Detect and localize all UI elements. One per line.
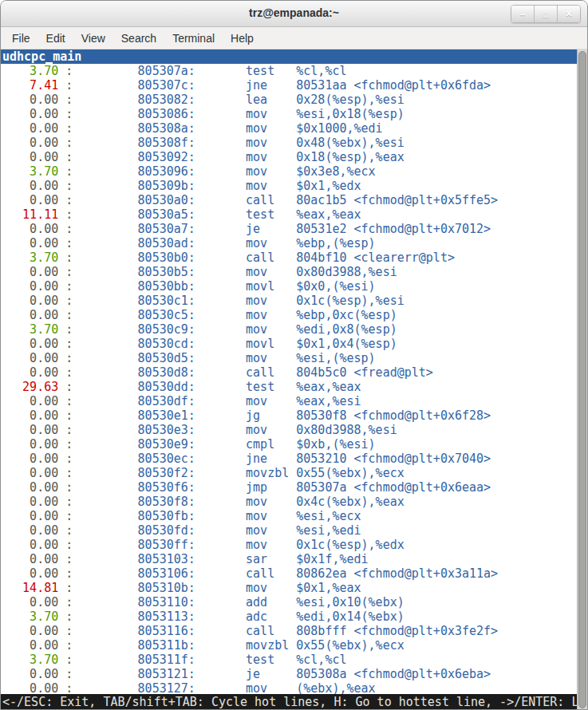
scrollbar-thumb[interactable] — [578, 51, 586, 708]
asm-row[interactable]: 0.00 : 805308a: mov $0x1000,%edi — [1, 121, 577, 136]
asm-row[interactable]: 0.00 : 80530a7: je 80531e2 <fchmod@plt+0… — [1, 222, 577, 236]
asm-separator: : — [58, 93, 137, 107]
asm-separator: : — [58, 337, 137, 351]
asm-percent: 7.41 — [1, 78, 58, 93]
asm-separator: : — [58, 408, 137, 423]
asm-row[interactable]: 0.00 : 805308f: mov 0x48(%ebx),%esi — [1, 136, 577, 150]
annotate-dso: udhcpc — [2, 49, 45, 64]
asm-instruction: 805308a: mov $0x1000,%edi — [138, 121, 383, 136]
asm-row[interactable]: 0.00 : 80530cd: movl $0x1,0x4(%esp) — [1, 337, 577, 351]
asm-separator: : — [58, 552, 137, 566]
menu-search[interactable]: Search — [113, 30, 164, 47]
asm-row[interactable]: 0.00 : 805309b: mov $0x1,%edx — [1, 179, 577, 193]
menu-help[interactable]: Help — [223, 30, 262, 47]
asm-instruction: 80530a7: je 80531e2 <fchmod@plt+0x7012> — [138, 222, 491, 236]
titlebar[interactable]: trz@empanada:~ – □ ✕ — [1, 1, 587, 27]
asm-row[interactable]: 11.11 : 80530a5: test %eax,%eax — [1, 207, 577, 222]
asm-row[interactable]: 0.00 : 80530ff: mov 0x1c(%esp),%edx — [1, 538, 577, 552]
menu-terminal[interactable]: Terminal — [164, 30, 223, 47]
asm-percent: 0.00 — [1, 179, 58, 193]
perf-annotate-view: udhcpcmain 3.70 : 805307a: test %cl,%cl … — [1, 49, 577, 710]
asm-row[interactable]: 0.00 : 80530e3: mov 0x80d3988,%esi — [1, 423, 577, 437]
window-controls: – □ ✕ — [511, 5, 581, 23]
asm-row[interactable]: 3.70 : 8053113: adc %edi,0x14(%ebx) — [1, 609, 577, 624]
asm-row[interactable]: 3.70 : 80530c9: mov %edi,0x8(%esp) — [1, 322, 577, 337]
asm-row[interactable]: 0.00 : 80530bb: movl $0x0,(%esi) — [1, 279, 577, 294]
asm-percent: 0.00 — [1, 509, 58, 523]
asm-separator: : — [58, 380, 137, 394]
asm-row[interactable]: 0.00 : 8053116: call 808bfff <fchmod@plt… — [1, 624, 577, 638]
menu-edit[interactable]: Edit — [38, 30, 73, 47]
asm-row[interactable]: 3.70 : 805307a: test %cl,%cl — [1, 64, 577, 78]
asm-row[interactable]: 0.00 : 8053082: lea 0x28(%esp),%esi — [1, 93, 577, 107]
asm-instruction: 80530b5: mov 0x80d3988,%esi — [138, 265, 397, 279]
asm-separator: : — [58, 136, 137, 150]
asm-row[interactable]: 0.00 : 8053121: je 805308a <fchmod@plt+0… — [1, 667, 577, 681]
asm-percent: 0.00 — [1, 667, 58, 681]
asm-percent: 0.00 — [1, 107, 58, 121]
asm-row[interactable]: 3.70 : 805311f: test %cl,%cl — [1, 653, 577, 667]
asm-row[interactable]: 0.00 : 8053092: mov 0x18(%esp),%eax — [1, 150, 577, 164]
menubar: File Edit View Search Terminal Help — [1, 27, 587, 49]
menu-file[interactable]: File — [4, 30, 38, 47]
asm-row[interactable]: 0.00 : 80530e9: cmpl $0xb,(%esi) — [1, 437, 577, 452]
asm-row[interactable]: 0.00 : 80530a0: call 80ac1b5 <fchmod@plt… — [1, 193, 577, 207]
asm-instruction: 80530c1: mov 0x1c(%esp),%esi — [138, 294, 404, 308]
asm-percent: 0.00 — [1, 566, 58, 581]
asm-separator: : — [58, 509, 137, 523]
asm-row[interactable]: 0.00 : 80530ec: jne 8053210 <fchmod@plt+… — [1, 452, 577, 466]
asm-percent: 0.00 — [1, 279, 58, 294]
asm-row[interactable]: 0.00 : 80530fd: mov %esi,%edi — [1, 523, 577, 538]
menu-view[interactable]: View — [73, 30, 113, 47]
annotate-header-line[interactable]: udhcpcmain — [1, 49, 577, 64]
asm-row[interactable]: 0.00 : 80530df: mov %eax,%esi — [1, 394, 577, 408]
asm-separator: : — [58, 581, 137, 595]
asm-separator: : — [58, 365, 137, 380]
asm-separator: : — [58, 595, 137, 609]
asm-row[interactable]: 0.00 : 80530d5: mov %esi,(%esp) — [1, 351, 577, 365]
asm-row[interactable]: 0.00 : 80530e1: jg 80530f8 <fchmod@plt+0… — [1, 408, 577, 423]
asm-row[interactable]: 0.00 : 8053110: add %esi,0x10(%ebx) — [1, 595, 577, 609]
close-icon: ✕ — [565, 9, 572, 19]
asm-separator: : — [58, 566, 137, 581]
asm-row[interactable]: 0.00 : 80530d8: call 804b5c0 <fread@plt> — [1, 365, 577, 380]
maximize-button[interactable]: □ — [534, 6, 557, 22]
asm-instruction: 80530cd: movl $0x1,0x4(%esp) — [138, 337, 397, 351]
asm-row[interactable]: 0.00 : 805311b: movzbl 0x55(%ebx),%ecx — [1, 638, 577, 653]
asm-row[interactable]: 7.41 : 805307c: jne 80531aa <fchmod@plt+… — [1, 78, 577, 93]
asm-row[interactable]: 0.00 : 80530f2: movzbl 0x55(%ebx),%ecx — [1, 466, 577, 480]
asm-percent: 0.00 — [1, 365, 58, 380]
asm-row[interactable]: 0.00 : 80530fb: mov %esi,%ecx — [1, 509, 577, 523]
scrollbar[interactable] — [577, 49, 587, 710]
asm-instruction: 805308f: mov 0x48(%ebx),%esi — [138, 136, 404, 150]
terminal-screen[interactable]: udhcpcmain 3.70 : 805307a: test %cl,%cl … — [1, 49, 587, 710]
asm-row[interactable]: 0.00 : 8053086: mov %esi,0x18(%esp) — [1, 107, 577, 121]
asm-row[interactable]: 3.70 : 80530b0: call 804bf10 <clearerr@p… — [1, 250, 577, 265]
asm-rows: 3.70 : 805307a: test %cl,%cl 7.41 : 8053… — [1, 64, 577, 696]
asm-instruction: 8053110: add %esi,0x10(%ebx) — [138, 595, 404, 609]
asm-instruction: 80530ad: mov %ebp,(%esp) — [138, 236, 376, 250]
asm-row[interactable]: 0.00 : 8053103: sar $0x1f,%edi — [1, 552, 577, 566]
asm-row[interactable]: 0.00 : 80530b5: mov 0x80d3988,%esi — [1, 265, 577, 279]
asm-row[interactable]: 0.00 : 80530c1: mov 0x1c(%esp),%esi — [1, 294, 577, 308]
asm-row[interactable]: 14.81 : 805310b: mov $0x1,%eax — [1, 581, 577, 595]
minimize-button[interactable]: – — [511, 6, 534, 22]
asm-row[interactable]: 0.00 : 80530f8: mov 0x4c(%ebx),%eax — [1, 495, 577, 509]
asm-instruction: 805311b: movzbl 0x55(%ebx),%ecx — [138, 638, 404, 653]
asm-separator: : — [58, 164, 137, 179]
asm-separator: : — [58, 667, 137, 681]
asm-percent: 0.00 — [1, 93, 58, 107]
asm-percent: 0.00 — [1, 495, 58, 509]
asm-row[interactable]: 0.00 : 8053106: call 80862ea <fchmod@plt… — [1, 566, 577, 581]
asm-row[interactable]: 29.63 : 80530dd: test %eax,%eax — [1, 380, 577, 394]
asm-instruction: 80530e1: jg 80530f8 <fchmod@plt+0x6f28> — [138, 408, 491, 423]
asm-separator: : — [58, 265, 137, 279]
asm-separator: : — [58, 294, 137, 308]
asm-row[interactable]: 3.70 : 8053096: mov $0x3e8,%ecx — [1, 164, 577, 179]
asm-row[interactable]: 0.00 : 80530ad: mov %ebp,(%esp) — [1, 236, 577, 250]
asm-row[interactable]: 0.00 : 80530f6: jmp 805307a <fchmod@plt+… — [1, 480, 577, 495]
asm-separator: : — [58, 207, 137, 222]
close-button[interactable]: ✕ — [557, 6, 580, 22]
asm-instruction: 805307a: test %cl,%cl — [138, 64, 347, 78]
asm-row[interactable]: 0.00 : 80530c5: mov %ebp,0xc(%esp) — [1, 308, 577, 322]
